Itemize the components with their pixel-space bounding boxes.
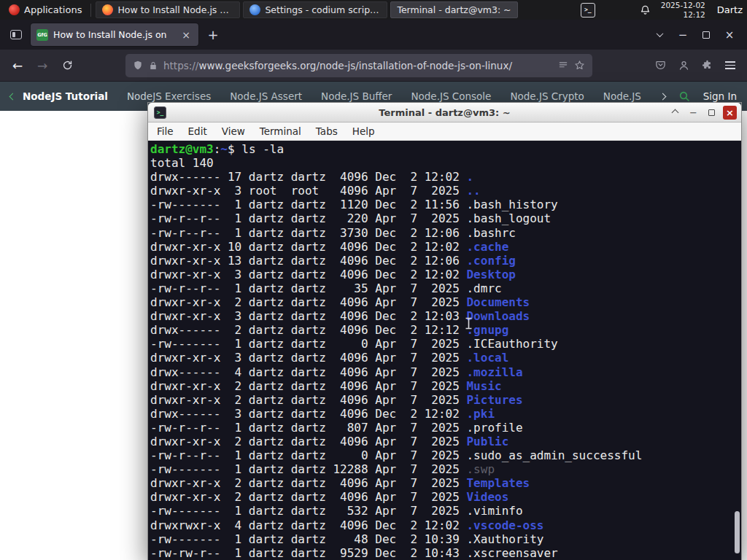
terminal-menubar: FileEditViewTerminalTabsHelp bbox=[148, 122, 741, 141]
pocket-button[interactable] bbox=[649, 55, 671, 77]
clock[interactable]: 2025-12-02 12:12 bbox=[661, 1, 705, 19]
terminal-output-line: drwxr-xr-x 3 dartz dartz 4096 Apr 7 2025… bbox=[150, 351, 741, 365]
terminal-output-line: -rw------- 1 dartz dartz 48 Dec 2 10:39 … bbox=[150, 532, 741, 546]
gfg-nav-item[interactable]: NodeJS Exercises bbox=[127, 90, 211, 102]
terminal-body[interactable]: dartz@vm3:~$ ls -la total 140 drwx------… bbox=[148, 141, 741, 560]
site-favicon: GfG bbox=[36, 29, 48, 41]
chevron-up-icon bbox=[672, 109, 679, 117]
terminal-titlebar[interactable]: >_ Terminal - dartz@vm3: ~ − × bbox=[148, 103, 741, 122]
tab-close-button[interactable]: × bbox=[179, 28, 193, 42]
terminal-menu-edit[interactable]: Edit bbox=[188, 125, 207, 137]
file-name: .pki bbox=[466, 407, 495, 421]
terminal-output-line: -rw------- 1 dartz dartz 1120 Dec 2 11:5… bbox=[150, 198, 741, 211]
terminal-menu-help[interactable]: Help bbox=[352, 125, 375, 137]
nav-scroll-left-icon[interactable] bbox=[9, 93, 17, 100]
taskbar-window-button[interactable]: Settings - codium script... bbox=[243, 1, 387, 18]
gfg-nav-item[interactable]: Node.JS DNS bbox=[603, 90, 643, 102]
account-button[interactable] bbox=[673, 55, 694, 77]
file-name: Documents bbox=[466, 295, 530, 309]
browser-navbar: ← → https://www.geeksforgeeks.org/node-j… bbox=[0, 50, 747, 82]
taskbar-username[interactable]: Dartz bbox=[717, 4, 743, 15]
terminal-maximize-button[interactable] bbox=[705, 106, 719, 120]
taskbar-window-button[interactable]: How to Install Node.js o... bbox=[96, 1, 240, 18]
sign-in-button[interactable]: Sign In bbox=[703, 90, 737, 102]
file-meta: -rw-r--r-- 1 dartz dartz 35 Apr 7 2025 bbox=[150, 281, 466, 295]
taskbar-window-label: How to Install Node.js o... bbox=[117, 4, 233, 15]
file-name: .viminfo bbox=[466, 504, 522, 518]
maximize-icon bbox=[708, 109, 715, 116]
file-name: .gnupg bbox=[466, 323, 508, 337]
file-meta: drwxr-xr-x 3 root root 4096 Apr 7 2025 bbox=[150, 184, 466, 198]
terminal-output-line: -rw------- 1 dartz dartz 12288 Apr 7 202… bbox=[150, 462, 741, 476]
terminal-close-button[interactable]: × bbox=[723, 106, 737, 120]
back-button[interactable]: ← bbox=[6, 55, 29, 77]
list-all-tabs-button[interactable] bbox=[648, 24, 671, 46]
terminal-menu-terminal[interactable]: Terminal bbox=[260, 125, 301, 137]
file-meta: drwxr-xr-x 3 dartz dartz 4096 Dec 2 12:0… bbox=[150, 268, 466, 281]
file-meta: drwxr-xr-x 2 dartz dartz 4096 Apr 7 2025 bbox=[150, 490, 466, 504]
file-meta: -rw------- 1 dartz dartz 48 Dec 2 10:39 bbox=[150, 532, 466, 546]
firefox-view-button[interactable] bbox=[6, 25, 26, 45]
app-menu-button[interactable] bbox=[719, 55, 741, 77]
applications-menu-button[interactable]: Applications bbox=[4, 3, 86, 17]
file-name: Templates bbox=[466, 476, 530, 490]
tracking-protection-shield-icon[interactable] bbox=[133, 60, 143, 71]
terminal-menu-file[interactable]: File bbox=[157, 125, 174, 137]
pocket-icon bbox=[655, 60, 666, 71]
file-meta: -rw------- 1 dartz dartz 12288 Apr 7 202… bbox=[150, 462, 466, 476]
terminal-output-line: drwxrwxr-x 4 dartz dartz 4096 Dec 2 12:0… bbox=[150, 518, 741, 532]
settings-icon bbox=[249, 4, 260, 15]
file-meta: -rw-r--r-- 1 dartz dartz 807 Apr 7 2025 bbox=[150, 421, 466, 435]
notification-bell-button[interactable] bbox=[640, 4, 651, 16]
forward-button[interactable]: → bbox=[31, 55, 54, 77]
lock-icon[interactable] bbox=[149, 61, 158, 71]
file-name: .dmrc bbox=[466, 281, 501, 295]
bookmark-star-icon[interactable] bbox=[574, 60, 585, 71]
terminal-minimize-button[interactable]: − bbox=[686, 106, 700, 120]
terminal-tray-icon[interactable]: >_ bbox=[581, 3, 595, 18]
terminal-output-line: -rw-r--r-- 1 dartz dartz 220 Apr 7 2025 … bbox=[150, 211, 741, 225]
browser-tab[interactable]: GfG How to Install Node.js on × bbox=[31, 23, 198, 46]
reload-button[interactable] bbox=[55, 55, 79, 77]
file-name: .vscode-oss bbox=[466, 518, 543, 532]
browser-tab-bar: GfG How to Install Node.js on × + − × bbox=[0, 20, 747, 50]
terminal-output-line: drwxr-xr-x 2 dartz dartz 4096 Apr 7 2025… bbox=[150, 476, 741, 490]
terminal-scrollbar-thumb[interactable] bbox=[735, 511, 740, 553]
gfg-nav-item[interactable]: NodeJS Tutorial bbox=[23, 90, 108, 102]
terminal-menu-tabs[interactable]: Tabs bbox=[316, 125, 338, 137]
file-meta: drwxr-xr-x 2 dartz dartz 4096 Apr 7 2025 bbox=[150, 476, 466, 490]
terminal-output-line: -rw------- 1 dartz dartz 532 Apr 7 2025 … bbox=[150, 504, 741, 518]
gfg-nav-item[interactable]: Node.JS Assert bbox=[230, 90, 302, 102]
nav-scroll-right-icon[interactable] bbox=[659, 93, 666, 100]
bell-icon bbox=[640, 4, 651, 16]
terminal-menu-view[interactable]: View bbox=[222, 125, 245, 137]
extensions-button[interactable] bbox=[696, 55, 718, 77]
gfg-nav-item[interactable]: Node.JS Crypto bbox=[510, 90, 584, 102]
file-name: .swp bbox=[466, 462, 495, 476]
file-meta: drwx------ 17 dartz dartz 4096 Dec 2 12:… bbox=[150, 170, 466, 184]
browser-maximize-button[interactable] bbox=[694, 24, 718, 46]
applications-label: Applications bbox=[24, 4, 82, 15]
terminal-tray-glyph: >_ bbox=[584, 7, 592, 13]
gfg-nav-item[interactable]: Node.JS Buffer bbox=[321, 90, 392, 102]
new-tab-button[interactable]: + bbox=[203, 25, 223, 45]
file-meta: drwxr-xr-x 2 dartz dartz 4096 Apr 7 2025 bbox=[150, 435, 466, 448]
search-icon[interactable] bbox=[678, 90, 690, 102]
file-name: Public bbox=[466, 435, 508, 448]
terminal-shade-button[interactable] bbox=[668, 106, 682, 120]
browser-minimize-button[interactable]: − bbox=[671, 24, 694, 46]
browser-close-button[interactable]: × bbox=[718, 24, 741, 46]
clock-date: 2025-12-02 bbox=[661, 1, 705, 9]
gfg-nav-item[interactable]: Node.JS Console bbox=[411, 90, 491, 102]
file-name: .config bbox=[466, 254, 515, 268]
url-text[interactable]: https://www.geeksforgeeks.org/node-js/in… bbox=[163, 60, 552, 71]
gfg-nav-items: NodeJS TutorialNodeJS ExercisesNode.JS A… bbox=[23, 90, 643, 102]
firefox-view-icon bbox=[10, 30, 22, 39]
file-name: .bash_history bbox=[466, 198, 557, 211]
file-name: .ICEauthority bbox=[466, 337, 557, 351]
url-bar[interactable]: https://www.geeksforgeeks.org/node-js/in… bbox=[125, 54, 592, 77]
taskbar-window-button[interactable]: >_Terminal - dartz@vm3: ~ bbox=[390, 1, 517, 18]
reader-mode-icon[interactable] bbox=[558, 61, 568, 71]
file-name: .bash_logout bbox=[466, 211, 551, 225]
terminal-output-line: drwxr-xr-x 2 dartz dartz 4096 Apr 7 2025… bbox=[150, 435, 741, 448]
